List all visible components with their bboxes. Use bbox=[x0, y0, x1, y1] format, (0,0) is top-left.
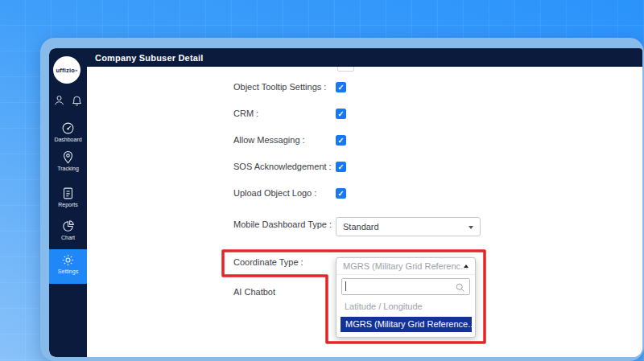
sidebar-item-label: Tracking bbox=[49, 166, 87, 171]
field-label: Object Tooltip Settings : bbox=[233, 82, 336, 92]
reports-icon bbox=[49, 187, 87, 200]
ai-chatbot-label: AI Chatbot bbox=[233, 287, 275, 297]
coordinate-type-select[interactable]: MGRS (Military Grid Referenc... bbox=[336, 258, 475, 275]
select-value: MGRS (Military Grid Referenc... bbox=[336, 258, 475, 274]
sidebar-item-settings[interactable]: Settings bbox=[49, 249, 87, 284]
form-row-crm: CRM : ✓ bbox=[233, 108, 346, 119]
form-content: Object Tooltip Settings : ✓ CRM : ✓ Allo… bbox=[87, 67, 642, 357]
dropdown-search-input[interactable] bbox=[342, 279, 469, 294]
upload-object-logo-checkbox[interactable]: ✓ bbox=[336, 188, 346, 199]
crm-checkbox[interactable]: ✓ bbox=[336, 109, 346, 119]
form-row-upload-object-logo: Upload Object Logo : ✓ bbox=[233, 187, 346, 199]
sos-acknowledgement-checkbox[interactable]: ✓ bbox=[336, 162, 346, 172]
text-cursor bbox=[345, 281, 346, 291]
page-header: Company Subuser Detail bbox=[87, 48, 642, 67]
form-row-object-tooltip: Object Tooltip Settings : ✓ bbox=[233, 81, 346, 92]
logo-text: uffizio bbox=[56, 67, 75, 74]
sidebar-item-label: Dashboard bbox=[49, 137, 87, 142]
dashboard-icon bbox=[49, 121, 87, 135]
notifications-bell-icon[interactable] bbox=[71, 94, 83, 109]
mobile-dashboard-type-select[interactable]: Standard bbox=[336, 217, 481, 236]
field-label: SOS Acknowledgement : bbox=[233, 162, 336, 171]
field-label: CRM : bbox=[233, 109, 336, 118]
field-label: Allow Messaging : bbox=[233, 135, 336, 145]
sidebar-item-tracking[interactable]: Tracking bbox=[49, 150, 87, 171]
uffizio-logo: uffizio» bbox=[53, 56, 80, 84]
chevron-up-icon bbox=[464, 265, 469, 268]
search-icon bbox=[455, 281, 465, 292]
select-value: Standard bbox=[343, 222, 379, 232]
object-tooltip-checkbox[interactable]: ✓ bbox=[336, 82, 346, 92]
logo-arrow-icon: » bbox=[75, 68, 77, 72]
dropdown-search-box bbox=[341, 278, 470, 295]
page-title: Company Subuser Detail bbox=[95, 53, 204, 63]
tracking-icon bbox=[49, 150, 87, 164]
chevron-down-icon bbox=[469, 226, 473, 229]
sidebar-item-dashboard[interactable]: Dashboard bbox=[49, 121, 87, 142]
form-row-sos-acknowledgement: SOS Acknowledgement : ✓ bbox=[233, 161, 346, 172]
partial-checkbox[interactable] bbox=[337, 67, 354, 72]
chart-pie-icon bbox=[49, 219, 87, 233]
field-label: Upload Object Logo : bbox=[233, 188, 336, 198]
option-mgrs-selected[interactable]: MGRS (Military Grid Reference... bbox=[341, 317, 472, 332]
mobile-dashboard-type-label: Mobile Dashboard Type : bbox=[233, 219, 332, 229]
allow-messaging-checkbox[interactable]: ✓ bbox=[336, 135, 346, 146]
sidebar-item-label: Chart bbox=[49, 235, 87, 240]
coordinate-type-dropdown: MGRS (Military Grid Referenc... Latitude… bbox=[336, 257, 476, 338]
sidebar-item-chart[interactable]: Chart bbox=[49, 219, 87, 240]
settings-gear-icon bbox=[49, 253, 87, 267]
sidebar-item-label: Reports bbox=[49, 202, 87, 207]
option-latitude-longitude[interactable]: Latitude / Longitude bbox=[336, 298, 475, 315]
coordinate-type-label: Coordinate Type : bbox=[233, 257, 303, 267]
sidebar: uffizio» Dashboard Tracki bbox=[49, 48, 87, 357]
sidebar-item-label: Settings bbox=[49, 269, 87, 274]
app-window: uffizio» Dashboard Tracki bbox=[40, 38, 644, 361]
sidebar-item-reports[interactable]: Reports bbox=[49, 187, 87, 207]
user-icon[interactable] bbox=[53, 94, 65, 109]
inner-window: uffizio» Dashboard Tracki bbox=[49, 48, 642, 357]
form-row-allow-messaging: Allow Messaging : ✓ bbox=[233, 134, 346, 146]
